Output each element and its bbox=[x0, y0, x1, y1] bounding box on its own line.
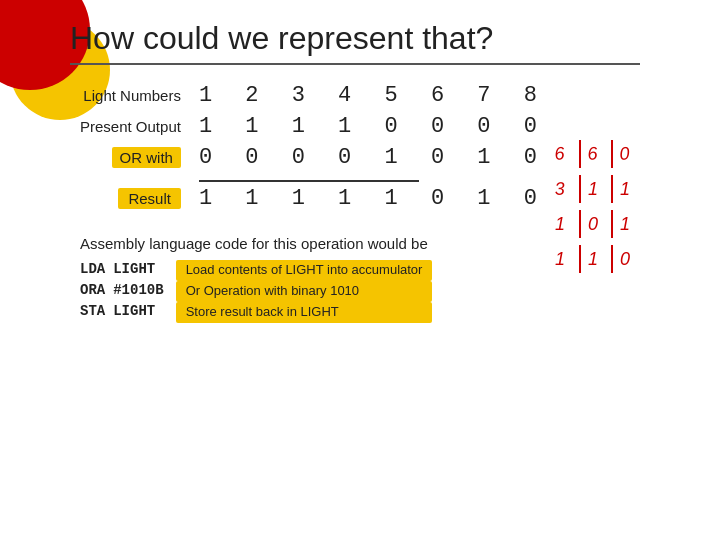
assembly-row-ora: ORA #1010B Or Operation with binary 1010 bbox=[80, 281, 432, 302]
svg-text:0: 0 bbox=[620, 249, 630, 269]
svg-text:6: 6 bbox=[554, 143, 567, 164]
label-present-output: Present Output bbox=[80, 114, 199, 145]
handwritten-svg: 6 6 0 3 1 1 1 0 1 1 1 bbox=[550, 130, 660, 280]
table-row-result: Result 1 1 1 1 1 0 1 0 bbox=[80, 186, 547, 217]
svg-text:1: 1 bbox=[588, 179, 598, 199]
result-badge: Result bbox=[118, 188, 181, 209]
table-row-light-numbers: Light Numbers 1 2 3 4 5 6 7 8 bbox=[80, 83, 547, 114]
svg-text:1: 1 bbox=[588, 249, 598, 269]
asm-tooltip-lda: Load contents of LIGHT into accumulator bbox=[176, 260, 433, 281]
svg-text:1: 1 bbox=[555, 214, 565, 234]
asm-operand-lda: LIGHT bbox=[113, 260, 175, 281]
asm-operand-ora: #1010B bbox=[113, 281, 175, 302]
svg-text:0: 0 bbox=[588, 214, 598, 234]
asm-operand-sta: LIGHT bbox=[113, 302, 175, 323]
table-row-present-output: Present Output 1 1 1 1 0 0 0 0 bbox=[80, 114, 547, 145]
svg-text:1: 1 bbox=[555, 249, 565, 269]
handwritten-notes: 6 6 0 3 1 1 1 0 1 1 1 bbox=[550, 130, 660, 280]
label-result: Result bbox=[80, 186, 199, 217]
title-divider bbox=[70, 63, 640, 65]
svg-text:3: 3 bbox=[554, 178, 565, 198]
label-light-numbers: Light Numbers bbox=[80, 83, 199, 114]
page-title: How could we represent that? bbox=[70, 20, 640, 57]
values-present-output: 1 1 1 1 0 0 0 0 bbox=[199, 114, 547, 145]
asm-mnemonic-sta: STA bbox=[80, 302, 113, 323]
table-divider-row bbox=[80, 176, 547, 186]
assembly-row-sta: STA LIGHT Store result back in LIGHT bbox=[80, 302, 432, 323]
result-divider-line bbox=[199, 180, 419, 182]
asm-tooltip-ora: Or Operation with binary 1010 bbox=[176, 281, 433, 302]
divider-label-cell bbox=[80, 176, 199, 186]
values-light-numbers: 1 2 3 4 5 6 7 8 bbox=[199, 83, 547, 114]
values-or-with: 0 0 0 0 1 0 1 0 bbox=[199, 145, 547, 176]
svg-text:0: 0 bbox=[619, 143, 631, 164]
or-with-badge: OR with bbox=[112, 147, 181, 168]
table-row-or-with: OR with 0 0 0 0 1 0 1 0 bbox=[80, 145, 547, 176]
label-or-with: OR with bbox=[80, 145, 199, 176]
bit-table: Light Numbers 1 2 3 4 5 6 7 8 Present Ou… bbox=[80, 83, 547, 217]
values-result: 1 1 1 1 1 0 1 0 bbox=[199, 186, 547, 217]
asm-tooltip-sta: Store result back in LIGHT bbox=[176, 302, 433, 323]
assembly-row-lda: LDA LIGHT Load contents of LIGHT into ac… bbox=[80, 260, 432, 281]
divider-values-cell bbox=[199, 176, 547, 186]
svg-text:1: 1 bbox=[620, 179, 630, 199]
asm-mnemonic-ora: ORA bbox=[80, 281, 113, 302]
assembly-table: LDA LIGHT Load contents of LIGHT into ac… bbox=[80, 260, 432, 323]
asm-mnemonic-lda: LDA bbox=[80, 260, 113, 281]
svg-text:6: 6 bbox=[587, 143, 600, 164]
svg-text:1: 1 bbox=[620, 214, 630, 234]
